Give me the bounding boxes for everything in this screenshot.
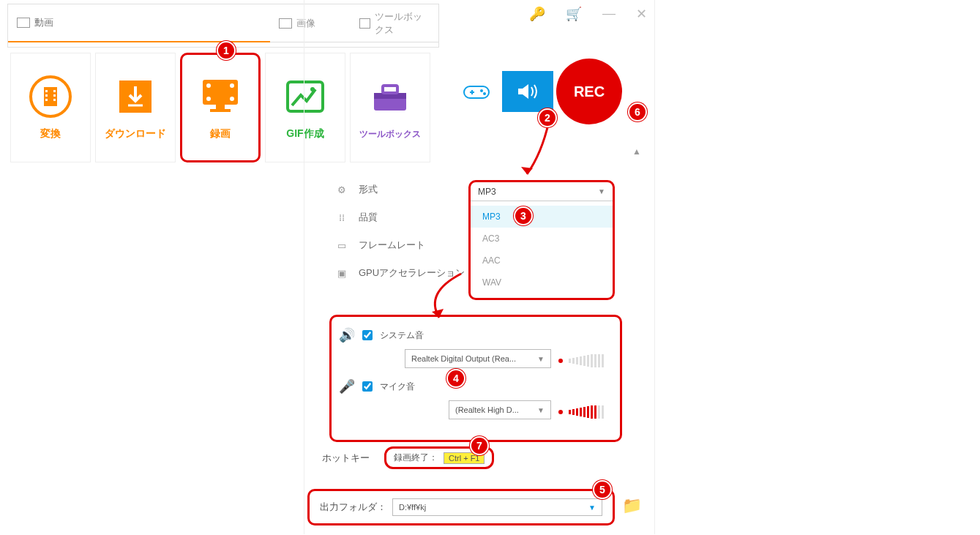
tile-convert[interactable]: 変換 xyxy=(10,53,91,162)
collapse-chevron-icon[interactable]: ▲ xyxy=(632,146,641,157)
tile-download[interactable]: ダウンロード xyxy=(95,53,176,162)
output-path-select[interactable]: D:¥ff¥kj ▼ xyxy=(392,498,602,516)
svg-rect-6 xyxy=(53,94,56,97)
rec-button[interactable]: REC xyxy=(556,59,622,124)
setting-format-label: 形式 xyxy=(359,183,378,196)
close-button[interactable]: ✕ xyxy=(636,6,647,22)
format-selected[interactable]: MP3 ▼ xyxy=(471,182,613,201)
chevron-down-icon: ▼ xyxy=(588,504,596,512)
annotation-badge-3: 3 xyxy=(514,206,533,225)
speaker-icon xyxy=(515,81,540,102)
tile-convert-label: 変換 xyxy=(40,127,61,141)
chevron-down-icon: ▼ xyxy=(537,406,545,414)
annotation-badge-6: 6 xyxy=(628,102,647,121)
format-option-ac3[interactable]: AC3 xyxy=(471,228,613,250)
format-selected-value: MP3 xyxy=(478,187,496,197)
mic-checkbox[interactable] xyxy=(362,381,373,392)
hotkey-label: ホットキー xyxy=(322,452,370,465)
svg-rect-10 xyxy=(203,80,238,105)
format-icon: ⚙ xyxy=(334,182,350,198)
svg-point-11 xyxy=(206,83,211,88)
system-sound-checkbox[interactable] xyxy=(362,330,373,340)
gpu-icon: ▣ xyxy=(334,265,350,281)
tile-record[interactable]: 録画 xyxy=(180,53,261,162)
format-option-mp3[interactable]: MP3 xyxy=(471,206,613,228)
svg-rect-5 xyxy=(53,90,56,92)
tile-download-label: ダウンロード xyxy=(105,127,166,141)
rec-label: REC xyxy=(574,83,605,100)
key-icon[interactable]: 🔑 xyxy=(529,6,545,22)
system-level-meter xyxy=(558,354,604,367)
annotation-arrow-2-to-3 xyxy=(468,117,556,183)
svg-point-26 xyxy=(483,92,486,95)
annotation-badge-4: 4 xyxy=(446,369,465,388)
output-label: 出力フォルダ： xyxy=(320,501,386,514)
open-folder-button[interactable]: 📁 xyxy=(622,496,642,515)
annotation-badge-2: 2 xyxy=(538,108,557,127)
svg-point-25 xyxy=(480,89,483,92)
system-sound-icon: 🔊 xyxy=(339,327,355,343)
image-tab-icon xyxy=(279,18,292,29)
annotation-badge-1: 1 xyxy=(217,41,236,60)
svg-rect-22 xyxy=(464,86,489,98)
annotation-badge-5: 5 xyxy=(593,480,612,499)
svg-rect-15 xyxy=(216,105,225,109)
video-tab-icon xyxy=(17,18,30,28)
tab-video-label: 動画 xyxy=(34,16,53,29)
setting-quality-label: 品質 xyxy=(359,211,378,224)
svg-point-12 xyxy=(230,83,234,88)
svg-point-14 xyxy=(230,97,234,101)
framerate-icon: ▭ xyxy=(334,237,350,253)
minimize-button[interactable]: — xyxy=(602,6,616,22)
svg-rect-4 xyxy=(45,99,48,101)
mode-audio-button[interactable] xyxy=(502,71,553,112)
chevron-down-icon: ▼ xyxy=(537,355,545,363)
svg-marker-28 xyxy=(432,309,444,318)
cart-icon[interactable]: 🛒 xyxy=(566,6,582,22)
mode-game-button[interactable] xyxy=(451,71,502,112)
annotation-arrow-3-to-4 xyxy=(417,271,505,329)
download-icon xyxy=(112,75,159,119)
system-device-value: Realtek Digital Output (Rea... xyxy=(411,354,516,363)
convert-icon xyxy=(27,75,74,119)
tab-video[interactable]: 動画 xyxy=(8,4,270,42)
gamepad-icon xyxy=(463,82,490,101)
chevron-down-icon: ▼ xyxy=(598,187,605,195)
annotation-badge-7: 7 xyxy=(470,436,489,455)
svg-point-13 xyxy=(206,97,211,101)
output-folder-box: 出力フォルダ： D:¥ff¥kj ▼ xyxy=(307,489,615,525)
mic-device-select[interactable]: (Realtek High D... ▼ xyxy=(449,400,551,419)
hotkey-row: ホットキー 録画終了： Ctrl + F1 xyxy=(322,446,494,469)
quality-icon: ⁞⁞ xyxy=(334,209,350,225)
hotkey-end-label: 録画終了： xyxy=(394,452,438,464)
system-device-select[interactable]: Realtek Digital Output (Rea... ▼ xyxy=(405,349,551,368)
microphone-icon: 🎤 xyxy=(339,378,355,394)
svg-rect-2 xyxy=(45,90,48,92)
format-option-aac[interactable]: AAC xyxy=(471,250,613,272)
tile-record-label: 録画 xyxy=(210,127,231,141)
mic-device-value: (Realtek High D... xyxy=(455,405,519,414)
output-path-value: D:¥ff¥kj xyxy=(399,503,426,512)
svg-rect-7 xyxy=(53,99,56,101)
svg-rect-3 xyxy=(45,94,48,97)
mic-label: マイク音 xyxy=(380,381,415,393)
audio-settings-box: 🔊 システム音 Realtek Digital Output (Rea... ▼… xyxy=(329,315,622,442)
record-icon xyxy=(197,75,244,119)
svg-rect-16 xyxy=(210,109,231,112)
system-sound-label: システム音 xyxy=(380,329,424,342)
mic-level-meter xyxy=(558,405,604,419)
setting-framerate-label: フレームレート xyxy=(359,239,425,252)
